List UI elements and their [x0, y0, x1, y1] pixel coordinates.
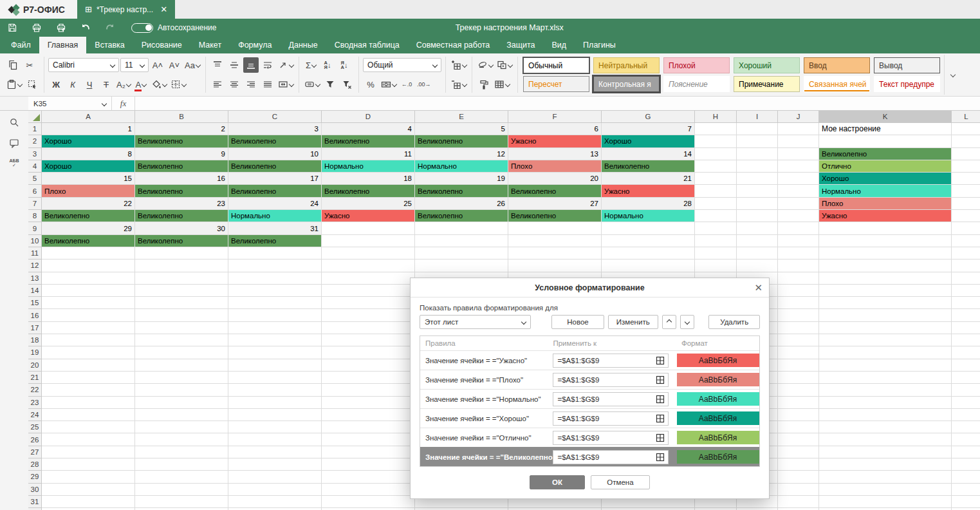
align-bottom-button[interactable] — [243, 57, 259, 73]
cell-K1[interactable]: Мое настроение — [819, 123, 952, 135]
column-header-I[interactable]: I — [737, 111, 778, 123]
cell-J30[interactable] — [778, 484, 819, 496]
cell-B30[interactable] — [135, 484, 228, 496]
cell-style-Пояснение[interactable]: Пояснение — [663, 76, 730, 92]
cell-K7[interactable]: Плохо — [819, 198, 952, 210]
cell-L6[interactable] — [952, 185, 980, 197]
cell-L23[interactable] — [952, 397, 980, 409]
row-header-15[interactable]: 15 — [28, 297, 42, 309]
cell-D19[interactable] — [322, 346, 415, 359]
cell-L12[interactable] — [952, 260, 980, 272]
cell-C23[interactable] — [228, 397, 322, 409]
range-picker-icon[interactable] — [655, 413, 665, 424]
cell-C9[interactable]: 31 — [228, 222, 322, 234]
row-header-21[interactable]: 21 — [28, 372, 42, 384]
column-header-E[interactable]: E — [415, 111, 508, 123]
cell-J8[interactable] — [778, 210, 819, 222]
cell-L4[interactable] — [952, 160, 980, 173]
cell-A24[interactable] — [42, 409, 135, 421]
cell-L16[interactable] — [952, 309, 980, 321]
cell-C2[interactable]: Великолепно — [228, 135, 322, 147]
close-tab-icon[interactable]: ✕ — [160, 5, 167, 14]
cell-A9[interactable]: 29 — [42, 222, 135, 234]
cell-B15[interactable] — [135, 297, 228, 309]
dialog-close-icon[interactable]: ✕ — [754, 278, 763, 297]
cell-B12[interactable] — [135, 260, 228, 272]
cell-F3[interactable]: 13 — [508, 148, 602, 160]
align-left-button[interactable] — [210, 77, 225, 92]
cell-J19[interactable] — [778, 346, 819, 359]
percent-style-button[interactable]: % — [363, 77, 378, 92]
new-rule-button[interactable]: Новое — [551, 315, 604, 329]
align-top-button[interactable] — [210, 57, 225, 73]
column-header-C[interactable]: C — [228, 111, 322, 123]
paste-button[interactable] — [5, 77, 23, 92]
cell-H2[interactable] — [695, 135, 737, 147]
decrease-decimal-button[interactable]: ←.0 — [399, 77, 414, 92]
cell-I5[interactable] — [737, 173, 778, 185]
cell-F6[interactable]: Великолепно — [508, 185, 602, 197]
clear-button[interactable] — [476, 57, 494, 73]
cell-A6[interactable]: Плохо — [42, 185, 135, 197]
cell-E3[interactable]: 12 — [415, 148, 508, 160]
cell-C11[interactable] — [228, 247, 322, 260]
cell-K10[interactable] — [819, 235, 952, 247]
cell-B7[interactable]: 23 — [135, 198, 228, 210]
cell-G9[interactable] — [602, 222, 695, 234]
cell-B17[interactable] — [135, 322, 228, 334]
cell-D21[interactable] — [322, 372, 415, 384]
rule-range-input[interactable]: =$A$1:$G$9 — [553, 450, 669, 464]
justify-button[interactable] — [260, 77, 275, 92]
cell-K19[interactable] — [819, 346, 952, 359]
cell-D7[interactable]: 25 — [322, 198, 415, 210]
row-header-23[interactable]: 23 — [28, 397, 42, 409]
ribbon-tab-Рисование[interactable]: Рисование — [133, 37, 190, 53]
cell-B14[interactable] — [135, 285, 228, 297]
cell-D8[interactable]: Ужасно — [322, 210, 415, 222]
cell-A3[interactable]: 8 — [42, 148, 135, 160]
cell-D25[interactable] — [322, 421, 415, 433]
ribbon-tab-Сводная таблица[interactable]: Сводная таблица — [326, 37, 408, 53]
column-header-A[interactable]: A — [42, 111, 135, 123]
cell-L3[interactable] — [952, 148, 980, 160]
cell-C7[interactable]: 24 — [228, 198, 322, 210]
document-tab[interactable]: ⊞ *Трекер настр... ✕ — [77, 0, 175, 19]
cell-C25[interactable] — [228, 421, 322, 433]
cell-K6[interactable]: Нормально — [819, 185, 952, 197]
cell-A27[interactable] — [42, 446, 135, 458]
column-header-G[interactable]: G — [602, 111, 695, 123]
sort-desc-button[interactable]: ЯА↓ — [337, 57, 352, 73]
cell-G7[interactable]: 28 — [602, 198, 695, 210]
cell-style-Хороший[interactable]: Хороший — [734, 57, 800, 73]
borders-button[interactable] — [169, 77, 187, 92]
cell-K29[interactable] — [819, 471, 952, 483]
cell-I11[interactable] — [737, 247, 778, 260]
cell-H7[interactable] — [695, 198, 737, 210]
orientation-button[interactable] — [277, 57, 295, 73]
cell-C8[interactable]: Нормально — [228, 210, 322, 222]
cell-K20[interactable] — [819, 359, 952, 372]
cell-style-Связанная ячей[interactable]: Связанная ячей — [804, 76, 870, 92]
underline-button[interactable]: Ч — [82, 77, 97, 92]
cell-K23[interactable] — [819, 397, 952, 409]
cell-B16[interactable] — [135, 309, 228, 321]
cell-C19[interactable] — [228, 346, 322, 359]
cell-style-Контрольная я[interactable]: Контрольная я — [593, 76, 660, 92]
cell-D29[interactable] — [322, 471, 415, 483]
cell-K27[interactable] — [819, 446, 952, 458]
move-rule-down-button[interactable] — [680, 315, 694, 329]
cell-K21[interactable] — [819, 372, 952, 384]
row-header-24[interactable]: 24 — [28, 409, 42, 421]
cell-H9[interactable] — [695, 222, 737, 234]
cell-C15[interactable] — [228, 297, 322, 309]
cell-A13[interactable] — [42, 272, 135, 285]
move-rule-up-button[interactable] — [662, 315, 676, 329]
cell-style-Нейтральный[interactable]: Нейтральный — [593, 57, 660, 73]
cell-C24[interactable] — [228, 409, 322, 421]
cell-J16[interactable] — [778, 309, 819, 321]
cell-L2[interactable] — [952, 135, 980, 147]
cell-style-Примечание[interactable]: Примечание — [734, 76, 800, 92]
cell-K15[interactable] — [819, 297, 952, 309]
row-header-12[interactable]: 12 — [28, 260, 42, 272]
cell-K31[interactable] — [819, 496, 952, 508]
